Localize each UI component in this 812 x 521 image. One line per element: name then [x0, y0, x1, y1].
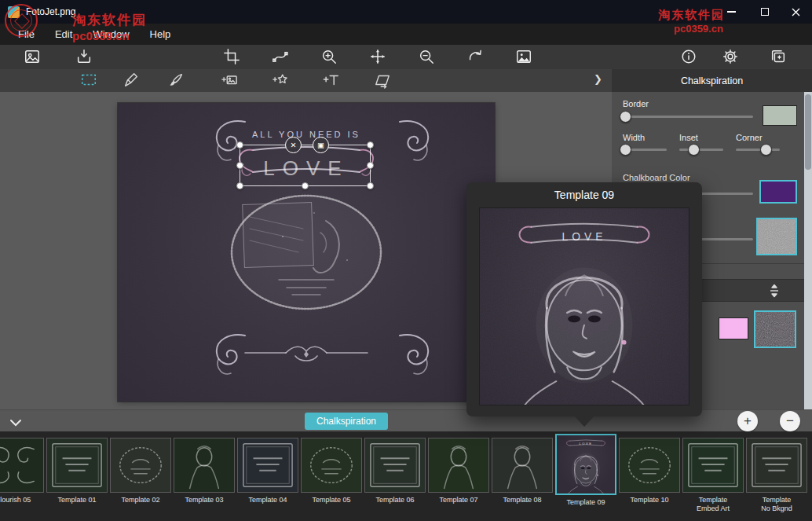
- thumbnail-template-02[interactable]: Template 02: [110, 438, 171, 514]
- close-button[interactable]: [782, 0, 809, 24]
- toolbar-overflow-chevron-icon[interactable]: ❯: [594, 73, 602, 85]
- panel-expand-icon[interactable]: [767, 284, 781, 298]
- thumbnail-label: Template 03: [174, 496, 235, 504]
- inset-slider-track[interactable]: [679, 149, 723, 151]
- menu-help[interactable]: Help: [140, 24, 181, 45]
- open-image-icon[interactable]: [24, 48, 41, 65]
- add-clipart-icon[interactable]: [272, 72, 289, 89]
- panel-scrollbar[interactable]: [804, 92, 812, 409]
- inset-slider-knob[interactable]: [688, 144, 700, 156]
- thumbnail-label: Template 07: [428, 496, 489, 504]
- zoom-out-button[interactable]: −: [780, 411, 800, 431]
- main-toolbar: [0, 45, 812, 69]
- thumbnail-template-no-bkgnd[interactable]: Template No Bkgnd: [746, 438, 807, 514]
- resize-handle-mid-right[interactable]: [367, 162, 374, 169]
- popup-title: Template 09: [466, 189, 702, 201]
- redo-icon[interactable]: [466, 48, 484, 65]
- popup-preview-image: [479, 207, 689, 405]
- move-tool-icon[interactable]: [369, 48, 386, 65]
- resize-handle-mid-left[interactable]: [236, 162, 243, 169]
- inset-label: Inset: [679, 133, 698, 142]
- zoom-in-button[interactable]: +: [737, 411, 758, 431]
- panel-header-title: Chalkspiration: [612, 69, 812, 92]
- menu-edit[interactable]: Edit: [45, 24, 82, 45]
- window-title: FotoJet.png: [26, 6, 75, 17]
- thumbnail-label: Template 06: [364, 496, 426, 504]
- menu-window[interactable]: Window: [82, 24, 139, 45]
- settings-gear-icon[interactable]: [722, 48, 739, 65]
- thumbnail-template-03[interactable]: Template 03: [174, 438, 235, 514]
- category-chalkspiration-button[interactable]: Chalkspiration: [305, 413, 388, 430]
- border-slider-track[interactable]: [623, 116, 753, 118]
- brush-tool-icon[interactable]: [167, 72, 185, 89]
- chalkboard-color-label: Chalkboard Color: [623, 173, 690, 182]
- titlebar: FotoJet.png: [0, 0, 812, 24]
- border-slider-knob[interactable]: [620, 111, 631, 123]
- template-strip: Flourish 05 Template 01 Template 02 Temp…: [0, 431, 812, 521]
- corner-slider-track[interactable]: [736, 149, 780, 151]
- thumbnail-label: Template 01: [46, 496, 108, 504]
- resize-handle-top-right[interactable]: [367, 141, 374, 149]
- edit-selection-button[interactable]: ▣: [313, 137, 329, 153]
- chalkboard-color-swatch[interactable]: [759, 180, 797, 204]
- sub-toolbar: ❯ Chalkspiration: [0, 69, 812, 92]
- thumbnail-label: Template 05: [301, 496, 362, 504]
- app-icon: [8, 6, 20, 18]
- scrollbar-thumb[interactable]: [805, 94, 811, 170]
- border-label: Border: [623, 99, 649, 108]
- fotojet-app-window: LOVE FotoJet.png File Edit Window Help: [0, 0, 812, 521]
- resize-handle-bottom-right[interactable]: [367, 182, 374, 189]
- photo-adjust-icon[interactable]: [515, 48, 532, 65]
- thumbnail-label: Template Embed Art: [682, 496, 744, 514]
- corner-slider-knob[interactable]: [760, 144, 772, 156]
- thumbnail-template-embed-art[interactable]: Template Embed Art: [682, 438, 744, 514]
- curve-tool-icon[interactable]: [272, 48, 289, 65]
- dark-texture-swatch[interactable]: [754, 310, 796, 348]
- swap-template-icon[interactable]: [374, 72, 391, 89]
- info-icon[interactable]: [680, 48, 697, 65]
- thumbnail-template-05[interactable]: Template 05: [301, 438, 362, 514]
- crop-icon[interactable]: [223, 48, 240, 65]
- thumbnail-label: Template 04: [237, 496, 298, 504]
- resize-handle-bottom-left[interactable]: [236, 182, 243, 189]
- thumbnail-label: Flourish 05: [0, 496, 44, 504]
- thumbnail-template-04[interactable]: Template 04: [237, 438, 298, 514]
- thumbnail-template-08[interactable]: Template 08: [492, 438, 553, 514]
- maximize-button[interactable]: [752, 0, 778, 24]
- menu-file[interactable]: File: [8, 24, 45, 45]
- resize-handle-top-left[interactable]: [236, 141, 243, 149]
- thumbnail-template-07[interactable]: Template 07: [428, 438, 489, 514]
- thumbnail-flourish-05[interactable]: Flourish 05: [0, 438, 44, 514]
- thumbnail-template-06[interactable]: Template 06: [364, 438, 426, 514]
- pink-color-swatch[interactable]: [719, 317, 748, 339]
- thumbnail-label: Template 09: [555, 498, 616, 507]
- effects-icon[interactable]: [770, 48, 787, 65]
- pen-tool-icon[interactable]: [123, 72, 140, 89]
- zoom-out-tool-icon[interactable]: [418, 48, 435, 65]
- headline-text: ALL YOU NEED IS: [252, 130, 360, 139]
- selection-box[interactable]: ✕ ▣: [240, 145, 371, 186]
- add-image-icon[interactable]: [221, 72, 238, 89]
- thumbnail-template-10[interactable]: Template 10: [619, 438, 680, 514]
- width-slider-knob[interactable]: [620, 144, 631, 156]
- zoom-in-tool-icon[interactable]: [320, 48, 338, 65]
- width-label: Width: [623, 133, 645, 142]
- marquee-select-icon[interactable]: [80, 72, 97, 89]
- corner-label: Corner: [736, 133, 763, 142]
- canvas-artboard[interactable]: ALL YOU NEED IS LOVE: [118, 103, 495, 402]
- save-export-icon[interactable]: [75, 48, 93, 65]
- thumbnail-label: Template 10: [619, 496, 680, 504]
- template-list: Flourish 05 Template 01 Template 02 Temp…: [0, 438, 807, 514]
- thumbnail-label: Template 08: [492, 496, 553, 504]
- add-text-icon[interactable]: [323, 72, 340, 89]
- thumbnail-template-09-selected[interactable]: Template 09: [555, 438, 616, 514]
- thumbnail-template-01[interactable]: Template 01: [46, 438, 108, 514]
- menubar: File Edit Window Help: [0, 24, 812, 45]
- minimize-button[interactable]: [718, 0, 744, 24]
- resize-handle-bottom-mid[interactable]: [302, 182, 309, 189]
- chalk-texture-swatch[interactable]: [756, 218, 797, 255]
- collapse-strip-chevron-icon[interactable]: [9, 416, 22, 425]
- remove-selection-button[interactable]: ✕: [285, 137, 302, 153]
- border-color-swatch[interactable]: [763, 105, 797, 126]
- thumbnail-label: Template No Bkgnd: [746, 496, 807, 514]
